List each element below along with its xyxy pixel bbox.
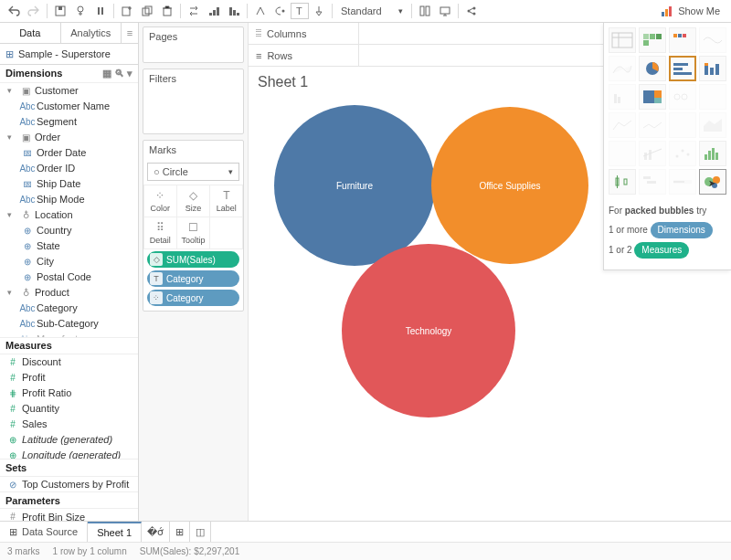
svg-rect-13: [233, 10, 236, 16]
pill-color-category[interactable]: ⁘Category: [147, 290, 239, 306]
sm-text-table[interactable]: [609, 27, 636, 53]
field-latitude[interactable]: ⊕Latitude (generated): [0, 432, 138, 448]
text-label-button[interactable]: T: [291, 3, 309, 19]
field-state[interactable]: ⊕State: [0, 238, 138, 254]
sm-area-cont[interactable]: [699, 112, 726, 138]
sm-side-bar[interactable]: [609, 84, 636, 110]
sm-scatter[interactable]: [669, 141, 696, 166]
tab-analytics[interactable]: Analytics: [61, 23, 122, 43]
showme-button[interactable]: Show Me: [653, 5, 727, 17]
svg-point-53: [676, 155, 679, 158]
sm-dual-line[interactable]: [669, 112, 696, 138]
field-profit-ratio[interactable]: ⋕Profit Ratio: [0, 386, 138, 401]
mark-type-dropdown[interactable]: ○ Circle▾: [147, 163, 239, 181]
sm-line-disc[interactable]: [639, 112, 666, 138]
pill-label-category[interactable]: TCategory: [147, 270, 239, 287]
show-cards-button[interactable]: [415, 2, 435, 20]
sm-dual-combo[interactable]: [639, 141, 666, 166]
sm-filled-map[interactable]: [609, 56, 636, 81]
sm-pie[interactable]: [639, 56, 666, 81]
field-manufacturer[interactable]: AbcManufacturer: [0, 332, 138, 337]
undo-button[interactable]: [4, 2, 24, 20]
pin-button[interactable]: [309, 2, 329, 20]
field-sub-category[interactable]: AbcSub-Category: [0, 316, 138, 332]
view-grid-icon[interactable]: ▦: [102, 68, 111, 79]
size-shelf[interactable]: ◇Size: [176, 185, 210, 217]
field-category[interactable]: AbcCategory: [0, 301, 138, 316]
tab-data[interactable]: Data: [0, 23, 61, 43]
save-button[interactable]: [50, 2, 70, 20]
pages-card[interactable]: Pages: [143, 26, 244, 63]
sm-histogram[interactable]: [699, 141, 726, 166]
clear-button[interactable]: [157, 2, 177, 20]
set-top-customers[interactable]: ⊘Top Customers by Profit: [0, 477, 138, 491]
sort-desc-button[interactable]: [224, 2, 244, 20]
detail-shelf[interactable]: ⠿Detail: [143, 217, 177, 249]
folder-location[interactable]: ▾♁Location: [0, 207, 138, 223]
sm-packed-bubbles[interactable]: ➤: [699, 169, 726, 195]
sort-asc-button[interactable]: [204, 2, 224, 20]
sm-symbol-map[interactable]: [699, 27, 726, 53]
new-dashboard-tab[interactable]: ⊞: [170, 522, 190, 542]
folder-order[interactable]: ▾▣Order: [0, 130, 138, 145]
field-segment[interactable]: AbcSegment: [0, 114, 138, 130]
sm-stacked-bar[interactable]: [699, 56, 726, 81]
sm-gantt[interactable]: [639, 169, 666, 195]
filters-card[interactable]: Filters: [143, 69, 244, 134]
sm-side-circle[interactable]: [699, 84, 726, 110]
field-discount[interactable]: #Discount: [0, 354, 138, 370]
field-longitude[interactable]: ⊕Longitude (generated): [0, 448, 138, 459]
sm-heatmap[interactable]: [639, 27, 666, 53]
sm-highlight-table[interactable]: [669, 27, 696, 53]
highlight-button[interactable]: [250, 2, 270, 20]
tooltip-shelf[interactable]: ☐Tooltip: [176, 217, 210, 249]
svg-rect-31: [656, 34, 662, 39]
pause-updates-button[interactable]: [90, 2, 111, 20]
columns-icon: ⦙⦙⦙: [256, 27, 261, 39]
swap-button[interactable]: [184, 2, 204, 20]
field-order-id[interactable]: AbcOrder ID: [0, 161, 138, 176]
field-profit[interactable]: #Profit: [0, 370, 138, 386]
sm-bullet[interactable]: [669, 169, 696, 195]
redo-button[interactable]: [24, 2, 44, 20]
folder-customer[interactable]: ▾▣Customer: [0, 83, 138, 99]
tab-datasource[interactable]: ⊞Data Source: [0, 522, 88, 542]
field-customer-name[interactable]: AbcCustomer Name: [0, 99, 138, 114]
color-shelf[interactable]: ⁘Color: [143, 185, 177, 217]
tab-sheet1[interactable]: Sheet 1: [88, 522, 142, 542]
sm-circle-view[interactable]: [669, 84, 696, 110]
field-order-date[interactable]: 📅︎Order Date: [0, 145, 138, 161]
pill-size-sales[interactable]: ◇SUM(Sales): [147, 251, 239, 268]
new-worksheet-button[interactable]: [117, 2, 137, 20]
sm-treemap[interactable]: [639, 84, 666, 110]
sm-box-plot[interactable]: [609, 169, 636, 195]
svg-rect-12: [229, 7, 232, 16]
share-button[interactable]: [461, 2, 482, 20]
new-story-tab[interactable]: ◫: [190, 522, 211, 542]
data-panel-menu[interactable]: ≡: [122, 23, 138, 43]
bubble-technology[interactable]: Technology: [342, 244, 515, 417]
sm-hbar[interactable]: [669, 56, 696, 81]
field-ship-mode[interactable]: AbcShip Mode: [0, 192, 138, 207]
sm-area-disc[interactable]: [609, 141, 636, 166]
presentation-button[interactable]: [435, 2, 455, 20]
datasource-name[interactable]: Sample - Superstore: [18, 48, 111, 59]
new-datasource-button[interactable]: [70, 2, 90, 20]
field-sales[interactable]: #Sales: [0, 417, 138, 432]
bubble-office-supplies[interactable]: Office Supplies: [431, 107, 588, 264]
field-city[interactable]: ⊕City: [0, 254, 138, 269]
label-shelf[interactable]: TLabel: [209, 185, 243, 217]
field-ship-date[interactable]: 📅︎Ship Date: [0, 176, 138, 192]
fit-dropdown[interactable]: Standard▾: [335, 2, 408, 20]
bubble-furniture[interactable]: Furniture: [274, 105, 435, 266]
field-quantity[interactable]: #Quantity: [0, 401, 138, 417]
group-button[interactable]: [270, 2, 291, 20]
svg-rect-30: [650, 34, 655, 39]
sm-line-cont[interactable]: [609, 112, 636, 138]
field-postal-code[interactable]: ⊕Postal Code: [0, 269, 138, 285]
folder-product[interactable]: ▾♁Product: [0, 285, 138, 301]
new-worksheet-tab[interactable]: �ớ: [142, 522, 170, 542]
duplicate-button[interactable]: [137, 2, 157, 20]
field-country[interactable]: ⊕Country: [0, 223, 138, 238]
search-icon[interactable]: 🔍︎: [114, 68, 124, 79]
